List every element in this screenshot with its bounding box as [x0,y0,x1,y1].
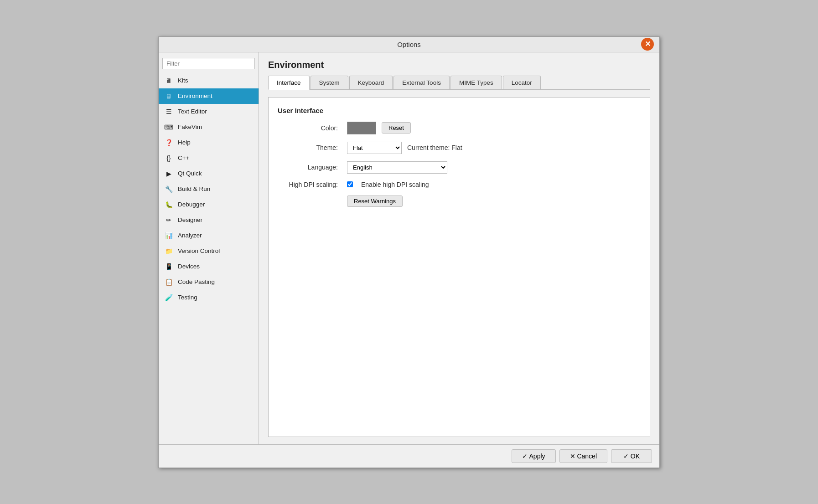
theme-select[interactable]: Flat Light Dark System [347,142,402,154]
sidebar-label-fakevim: FakeVim [178,123,202,130]
color-reset-button[interactable]: Reset [382,122,411,134]
fakevim-icon: ⌨ [164,123,173,132]
sidebar-label-text-editor: Text Editor [178,108,207,115]
apply-button[interactable]: ✓ Apply [512,449,555,463]
tabs: Interface System Keyboard External Tools… [268,76,650,90]
tab-system[interactable]: System [311,76,348,89]
high-dpi-checkbox[interactable] [347,181,353,187]
tab-mime-types[interactable]: MIME Types [450,76,502,89]
interface-content: User Interface Color: Reset Theme: Flat … [268,97,650,437]
sidebar-item-text-editor[interactable]: ☰ Text Editor [159,104,259,119]
sidebar-item-environment[interactable]: 🖥 Environment [159,88,259,104]
devices-icon: 📱 [164,262,173,271]
help-icon: ❓ [164,138,173,147]
sidebar-label-testing: Testing [178,294,197,301]
environment-icon: 🖥 [164,92,173,101]
sidebar-label-designer: Designer [178,216,202,223]
options-window: Options ✕ 🖥 Kits 🖥 Environment ☰ Text Ed… [158,36,660,468]
text-editor-icon: ☰ [164,107,173,116]
designer-icon: ✏ [164,216,173,225]
cpp-icon: {} [164,154,173,163]
sidebar-item-cpp[interactable]: {} C++ [159,150,259,166]
tab-external-tools[interactable]: External Tools [393,76,450,89]
sidebar-label-cpp: C++ [178,154,190,161]
sidebar-item-version-control[interactable]: 📁 Version Control [159,243,259,259]
color-swatch[interactable] [347,122,376,134]
sidebar-label-version-control: Version Control [178,247,220,254]
sidebar-label-code-pasting: Code Pasting [178,278,215,285]
tab-interface[interactable]: Interface [268,76,310,90]
language-select[interactable]: English [347,161,447,174]
close-button[interactable]: ✕ [641,38,654,51]
sidebar-item-qt-quick[interactable]: ▶ Qt Quick [159,166,259,181]
sidebar-label-kits: Kits [178,77,188,84]
subsection-title: User Interface [278,107,641,114]
sidebar-label-debugger: Debugger [178,201,205,208]
sidebar-label-help: Help [178,139,191,146]
theme-row: Theme: Flat Light Dark System Current th… [278,142,641,154]
tab-locator[interactable]: Locator [503,76,541,89]
sidebar-item-devices[interactable]: 📱 Devices [159,259,259,274]
current-theme-label: Current theme: Flat [407,144,462,151]
high-dpi-row: High DPI scaling: Enable high DPI scalin… [278,181,641,188]
sidebar-item-debugger[interactable]: 🐛 Debugger [159,197,259,212]
content-area: 🖥 Kits 🖥 Environment ☰ Text Editor ⌨ Fak… [159,52,659,444]
qt-quick-icon: ▶ [164,169,173,178]
debugger-icon: 🐛 [164,200,173,209]
sidebar-label-qt-quick: Qt Quick [178,170,202,177]
sidebar-item-analyzer[interactable]: 📊 Analyzer [159,228,259,243]
kits-icon: 🖥 [164,76,173,85]
sidebar-item-testing[interactable]: 🧪 Testing [159,290,259,305]
testing-icon: 🧪 [164,293,173,302]
section-title: Environment [268,60,650,70]
reset-warnings-row: Reset Warnings [278,195,641,207]
cancel-button[interactable]: ✕ Cancel [559,449,607,463]
version-control-icon: 📁 [164,247,173,256]
sidebar: 🖥 Kits 🖥 Environment ☰ Text Editor ⌨ Fak… [159,52,259,444]
high-dpi-label: High DPI scaling: [278,181,342,188]
sidebar-label-build-run: Build & Run [178,185,210,192]
language-row: Language: English [278,161,641,174]
build-run-icon: 🔧 [164,185,173,194]
ok-button[interactable]: ✓ OK [611,449,652,463]
filter-input[interactable] [162,58,255,69]
code-pasting-icon: 📋 [164,278,173,287]
sidebar-item-code-pasting[interactable]: 📋 Code Pasting [159,274,259,290]
sidebar-label-devices: Devices [178,263,200,270]
sidebar-item-fakevim[interactable]: ⌨ FakeVim [159,119,259,135]
analyzer-icon: 📊 [164,231,173,240]
theme-label: Theme: [278,144,342,151]
high-dpi-checkbox-label: Enable high DPI scaling [361,181,429,188]
sidebar-item-help[interactable]: ❓ Help [159,135,259,150]
sidebar-label-analyzer: Analyzer [178,232,202,239]
sidebar-label-environment: Environment [178,93,212,99]
color-row: Color: Reset [278,122,641,134]
sidebar-item-kits[interactable]: 🖥 Kits [159,73,259,88]
title-bar: Options ✕ [159,37,659,52]
language-label: Language: [278,164,342,171]
reset-warnings-button[interactable]: Reset Warnings [347,195,403,207]
sidebar-item-build-run[interactable]: 🔧 Build & Run [159,181,259,197]
bottom-bar: ✓ Apply ✕ Cancel ✓ OK [159,444,659,468]
color-label: Color: [278,124,342,132]
main-panel: Environment Interface System Keyboard Ex… [259,52,659,444]
sidebar-item-designer[interactable]: ✏ Designer [159,212,259,228]
window-title: Options [397,41,421,48]
tab-keyboard[interactable]: Keyboard [349,76,393,89]
